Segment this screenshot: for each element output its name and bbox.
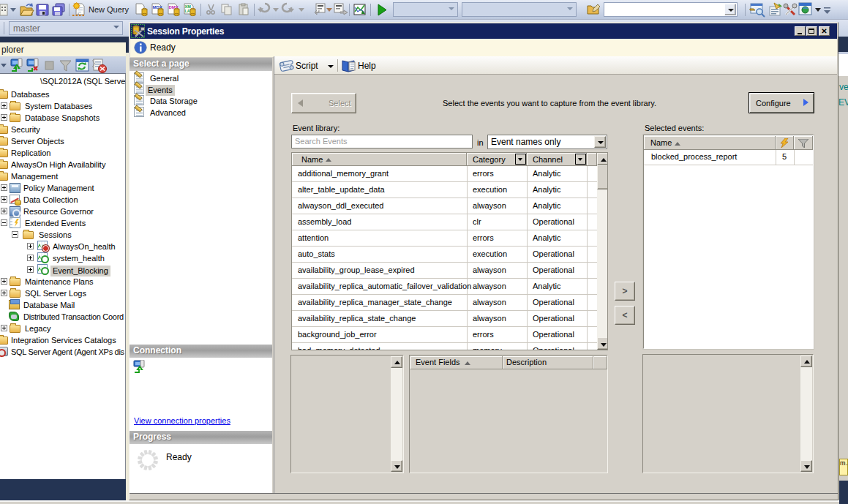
svg-text:LA: LA <box>185 9 190 13</box>
